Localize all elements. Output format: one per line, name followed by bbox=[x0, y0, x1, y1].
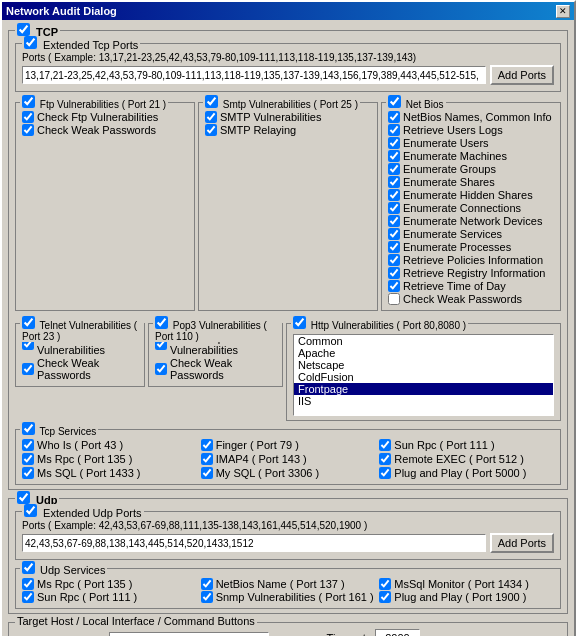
netbios-check-4: Enumerate Groups bbox=[388, 163, 554, 175]
tcp-ports-input[interactable] bbox=[22, 66, 486, 84]
title-bar: Network Audit Dialog ✕ bbox=[2, 2, 574, 20]
add-udp-ports-button[interactable]: Add Ports bbox=[490, 533, 554, 553]
window-title: Network Audit Dialog bbox=[6, 5, 117, 17]
netbios-check-11: Retrieve Policies Information bbox=[388, 254, 554, 266]
pop3-checkbox[interactable] bbox=[155, 316, 168, 329]
netbios-checkbox[interactable] bbox=[388, 95, 401, 108]
smtp-checkbox[interactable] bbox=[205, 95, 218, 108]
tcp-checkbox[interactable] bbox=[17, 23, 30, 36]
http-checkbox[interactable] bbox=[293, 316, 306, 329]
extended-tcp-checkbox[interactable] bbox=[24, 36, 37, 49]
extended-udp-checkbox[interactable] bbox=[24, 504, 37, 517]
tcp-service-2: Sun Rpc ( Port 111 ) bbox=[379, 439, 554, 451]
udp-services-grid: Ms Rpc ( Port 135 ) Sun Rpc ( Port 111 )… bbox=[22, 577, 554, 604]
netbios-check-14: Check Weak Passwords bbox=[388, 293, 554, 305]
http-list-item-1[interactable]: Apache bbox=[294, 347, 553, 359]
tcp-service-8: Plug and Play ( Port 5000 ) bbox=[379, 467, 554, 479]
tcp-ports-example: Ports ( Example: 13,17,21-23,25,42,43,53… bbox=[22, 52, 554, 63]
udp-services-label: Udp Services bbox=[20, 561, 107, 576]
tcp-service-7: My SQL ( Port 3306 ) bbox=[201, 467, 376, 479]
tcp-service-4: IMAP4 ( Port 143 ) bbox=[201, 453, 376, 465]
netbios-check-8: Enumerate Network Devices bbox=[388, 215, 554, 227]
netbios-check-2: Enumerate Users bbox=[388, 137, 554, 149]
extended-udp-ports-label: Extended Udp Ports bbox=[22, 504, 144, 519]
netbios-check-6: Enumerate Hidden Shares bbox=[388, 189, 554, 201]
udp-services-checkbox[interactable] bbox=[22, 561, 35, 574]
ftp-check-1: Check Weak Passwords bbox=[22, 124, 188, 136]
ftp-checkbox[interactable] bbox=[22, 95, 35, 108]
tcp-service-1: Finger ( Port 79 ) bbox=[201, 439, 376, 451]
bottom-section-label: Target Host / Local Interface / Command … bbox=[15, 615, 257, 627]
http-group-label: Http Vulnerabilities ( Port 80,8080 ) bbox=[291, 316, 468, 331]
timeout-input[interactable] bbox=[375, 629, 420, 636]
http-listbox[interactable]: CommonApacheNetscapeColdFusionFrontpageI… bbox=[293, 334, 554, 416]
add-tcp-ports-button[interactable]: Add Ports bbox=[490, 65, 554, 85]
netbios-check-13: Retrieve Time of Day bbox=[388, 280, 554, 292]
netbios-group-label: Net Bios bbox=[386, 95, 446, 110]
netbios-check-9: Enumerate Services bbox=[388, 228, 554, 240]
extended-tcp-ports-label: Extended Tcp Ports bbox=[22, 36, 140, 51]
tcp-service-6: Ms SQL ( Port 1433 ) bbox=[22, 467, 197, 479]
tcp-service-3: Ms Rpc ( Port 135 ) bbox=[22, 453, 197, 465]
http-list-item-3[interactable]: ColdFusion bbox=[294, 371, 553, 383]
main-window: Network Audit Dialog ✕ TCP Extended Tcp … bbox=[0, 0, 576, 636]
netbios-check-10: Enumerate Processes bbox=[388, 241, 554, 253]
http-list-item-4[interactable]: Frontpage bbox=[294, 383, 553, 395]
udp-checkbox[interactable] bbox=[17, 491, 30, 504]
netbios-check-3: Enumerate Machines bbox=[388, 150, 554, 162]
tcp-service-5: Remote EXEC ( Port 512 ) bbox=[379, 453, 554, 465]
udp-ports-example: Ports ( Example: 42,43,53,67-69,88,111,1… bbox=[22, 520, 554, 531]
netbios-check-1: Retrieve Users Logs bbox=[388, 124, 554, 136]
netbios-check-0: NetBios Names, Common Info bbox=[388, 111, 554, 123]
udp-ports-input[interactable] bbox=[22, 534, 486, 552]
smtp-group-label: Smtp Vulnerabilities ( Port 25 ) bbox=[203, 95, 360, 110]
tcp-service-0: Who Is ( Port 43 ) bbox=[22, 439, 197, 451]
netbios-check-12: Retrieve Registry Information bbox=[388, 267, 554, 279]
smtp-check-0: SMTP Vulnerabilities bbox=[205, 111, 371, 123]
tcp-services-label: Tcp Services bbox=[20, 422, 98, 437]
profile-name-input[interactable] bbox=[109, 632, 269, 636]
ftp-group-label: Ftp Vulnerabilities ( Port 21 ) bbox=[20, 95, 168, 110]
netbios-check-5: Enumerate Shares bbox=[388, 176, 554, 188]
smtp-check-1: SMTP Relaying bbox=[205, 124, 371, 136]
timeout-label: Timeout: bbox=[327, 632, 369, 636]
http-list-item-5[interactable]: IIS bbox=[294, 395, 553, 407]
http-list-item-0[interactable]: Common bbox=[294, 335, 553, 347]
close-button[interactable]: ✕ bbox=[556, 5, 570, 18]
pop3-group-label: Pop3 Vulnerabilities ( Port 110 ) bbox=[153, 316, 282, 342]
netbios-check-7: Enumerate Connections bbox=[388, 202, 554, 214]
telnet-checkbox[interactable] bbox=[22, 316, 35, 329]
telnet-group-label: Telnet Vulnerabilities ( Port 23 ) bbox=[20, 316, 144, 342]
http-list-item-2[interactable]: Netscape bbox=[294, 359, 553, 371]
ftp-check-0: Check Ftp Vulnerabilities bbox=[22, 111, 188, 123]
tcp-services-checkbox[interactable] bbox=[22, 422, 35, 435]
